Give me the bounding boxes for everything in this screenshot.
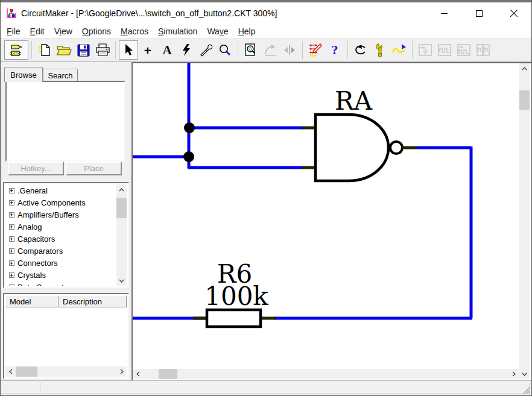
expand-plus-icon[interactable]	[9, 188, 14, 193]
help-button[interactable]: ?	[325, 40, 344, 60]
instrument-logic-2-button[interactable]	[454, 40, 473, 60]
tree-scrollbar[interactable]	[116, 184, 127, 286]
waveform-icon	[391, 43, 407, 57]
dc-instrument-icon	[418, 43, 432, 57]
printer-icon	[95, 43, 110, 57]
place-button[interactable]: Place	[66, 162, 122, 175]
expand-plus-icon[interactable]	[9, 260, 14, 266]
menu-macros[interactable]: Macros	[116, 25, 153, 37]
minimize-icon	[441, 10, 448, 17]
wrench-icon	[374, 43, 386, 57]
print-button[interactable]	[93, 40, 112, 60]
instrument-logic-1-button[interactable]	[435, 40, 454, 60]
scroll-left-icon[interactable]	[5, 366, 16, 377]
chip-icon	[9, 43, 24, 57]
expand-plus-icon[interactable]	[9, 236, 14, 242]
mirror-icon	[283, 45, 296, 55]
model-scrollbar-thumb[interactable]	[16, 366, 37, 377]
canvas-hscroll-thumb[interactable]	[159, 369, 177, 379]
tree-item-active-components[interactable]: Active Components	[5, 196, 116, 209]
probe-tool-button[interactable]	[196, 40, 215, 60]
app-icon	[6, 8, 17, 19]
logic-source-icon	[457, 43, 471, 57]
rotate-90-button[interactable]	[261, 40, 280, 60]
scroll-up-icon[interactable]	[519, 63, 530, 74]
nand-inverter-bubble[interactable]	[390, 142, 402, 154]
wire-tool-button[interactable]: +	[138, 40, 157, 60]
browse-parts-toggle-button[interactable]	[4, 40, 28, 60]
analyses-waveform-button[interactable]	[390, 40, 409, 60]
schematic-drawing[interactable]: RA R6 100k	[133, 63, 519, 368]
open-file-button[interactable]	[54, 40, 74, 60]
zoom-preview-button[interactable]	[241, 40, 261, 60]
tab-search[interactable]: Search	[43, 69, 78, 82]
select-arrow-tool-button[interactable]	[119, 40, 138, 60]
expand-plus-icon[interactable]	[9, 284, 14, 286]
column-header-model[interactable]: Model	[5, 295, 59, 307]
tree-scrollbar-thumb[interactable]	[116, 198, 127, 218]
edit-colors-button[interactable]	[306, 40, 325, 60]
scroll-right-icon[interactable]	[508, 369, 519, 379]
nand-gate-body[interactable]	[315, 115, 388, 181]
scroll-left-icon[interactable]	[133, 369, 143, 379]
expand-plus-icon[interactable]	[9, 212, 14, 218]
instrument-logic-3-button[interactable]	[473, 40, 493, 60]
menu-wave[interactable]: Wave	[202, 25, 233, 37]
minimize-button[interactable]	[426, 2, 461, 24]
open-folder-icon	[56, 43, 72, 57]
canvas-vertical-scrollbar[interactable]	[519, 63, 530, 379]
expand-plus-icon[interactable]	[9, 200, 14, 206]
menu-help[interactable]: Help	[233, 25, 261, 37]
part-list-box[interactable]	[5, 81, 125, 162]
menu-options[interactable]: Options	[77, 25, 116, 37]
expand-plus-icon[interactable]	[9, 272, 14, 278]
scroll-down-icon[interactable]	[116, 275, 127, 286]
tree-item-capacitors[interactable]: Capacitors	[5, 233, 116, 245]
probe-icon	[199, 43, 212, 57]
hotkey-button[interactable]: Hotkey...	[8, 162, 64, 175]
menu-view[interactable]: View	[49, 25, 77, 37]
toolbar-separator	[347, 41, 348, 59]
tree-item-data-converters[interactable]: Data Converters	[5, 281, 116, 286]
canvas-horizontal-scrollbar[interactable]	[133, 369, 519, 379]
zoom-tool-button[interactable]	[215, 40, 235, 60]
reset-simulation-button[interactable]	[351, 40, 370, 60]
scroll-right-icon[interactable]	[116, 366, 127, 377]
tree-item-crystals[interactable]: Crystals	[5, 269, 116, 281]
menu-edit[interactable]: Edit	[25, 25, 49, 37]
gate-reference-label[interactable]: RA	[335, 86, 373, 116]
instrument-dc-button[interactable]	[416, 40, 435, 60]
canvas-vscroll-thumb[interactable]	[519, 90, 530, 110]
resistor-body[interactable]	[207, 310, 261, 327]
options-wrench-button[interactable]	[370, 40, 390, 60]
column-header-description[interactable]: Description	[59, 295, 127, 307]
expand-plus-icon[interactable]	[9, 224, 14, 230]
junction-dot[interactable]	[183, 151, 194, 162]
save-file-button[interactable]	[74, 40, 93, 60]
delete-tool-button[interactable]	[177, 40, 196, 60]
junction-dot[interactable]	[184, 122, 195, 133]
help-question-icon: ?	[332, 43, 338, 57]
resistor-value-label[interactable]: 100k	[204, 281, 268, 311]
mirror-flip-button[interactable]	[280, 40, 299, 60]
maximize-button[interactable]	[461, 2, 496, 24]
new-file-button[interactable]	[35, 40, 54, 60]
tree-item-amplifiers-buffers[interactable]: Amplifiers/Buffers	[5, 209, 116, 221]
scroll-down-icon[interactable]	[519, 369, 530, 379]
menu-file[interactable]: File	[2, 25, 25, 37]
tree-item-analog[interactable]: Analog	[5, 221, 116, 233]
toolbar-separator	[412, 41, 413, 59]
menu-simulation[interactable]: Simulation	[153, 25, 202, 37]
tree-item-comparators[interactable]: Comparators	[5, 245, 116, 257]
expand-plus-icon[interactable]	[9, 248, 14, 254]
title-bar[interactable]: CircuitMaker - [P:\GoogleDrive\...\switc…	[1, 2, 531, 24]
resize-grip[interactable]	[522, 386, 530, 394]
model-table-scrollbar[interactable]	[5, 366, 127, 377]
tree-item-connectors[interactable]: Connectors	[5, 257, 116, 269]
close-button[interactable]	[496, 2, 531, 24]
tab-browse[interactable]: Browse	[4, 67, 43, 82]
schematic-canvas[interactable]: RA R6 100k	[131, 62, 531, 381]
tree-item-general[interactable]: .General	[5, 184, 116, 196]
text-tool-button[interactable]: A	[157, 40, 177, 60]
scroll-up-icon[interactable]	[116, 184, 127, 195]
